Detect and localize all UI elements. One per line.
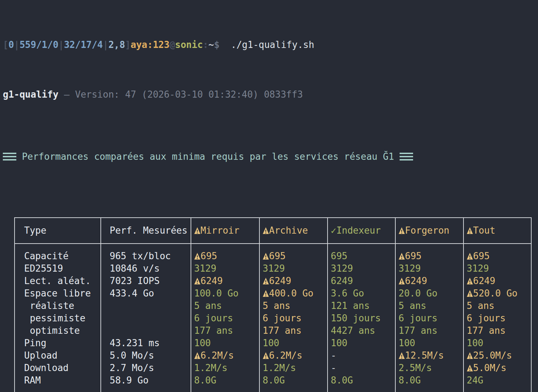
cell-line: 6249 <box>464 275 531 287</box>
column-type: CapacitéED25519Lect. aléat.Espace librer… <box>15 244 101 392</box>
cell-value: 2.5M/s <box>399 363 432 373</box>
column-header-label: Perf. Mesurées <box>110 225 187 236</box>
terminal-window: [0|559/1/0|32/17/4|2,8]aya:123@sonic:~$.… <box>0 0 538 392</box>
version-line: g1-qualify — Version: 47 (2026-03-10 01:… <box>3 88 538 101</box>
cell-value: 8.0G <box>399 375 421 386</box>
cell-value: 6249 <box>201 276 223 286</box>
cell-value: 177 ans <box>399 325 438 336</box>
cell-value: 100 <box>194 338 211 348</box>
warning-icon <box>467 275 473 287</box>
cell-value: 695 <box>201 251 217 261</box>
measured-line: 58.9 Go <box>101 374 191 387</box>
prompt-dollar: $ <box>214 39 220 50</box>
row-label-line: réaliste <box>15 300 100 312</box>
cell-line: 6249 <box>191 275 259 287</box>
column-header-label: Archive <box>269 225 308 236</box>
cell-line: 177 ans <box>464 325 531 337</box>
cell-value: 3129 <box>194 263 216 274</box>
cell-value: 5 ans <box>194 300 222 311</box>
cell-value: 121 ans <box>331 300 370 311</box>
cell-line: 3129 <box>328 262 395 275</box>
cell-line: 2.5M/s <box>396 362 463 374</box>
prompt-status-c: 32/17/4 <box>64 39 103 50</box>
cell-value: 3129 <box>331 263 353 274</box>
row-type-label: optimiste <box>30 325 80 336</box>
column-header-type: Type <box>15 218 101 244</box>
row-label-line: Lect. aléat. <box>15 275 100 287</box>
cell-value: 695 <box>473 251 490 261</box>
prompt-bracket: ] <box>125 39 131 50</box>
row-type-label: Download <box>24 363 68 373</box>
cell-line: 3129 <box>464 262 531 275</box>
measured-line: 43.231 ms <box>101 337 191 349</box>
cell-line: 6 jours <box>260 312 327 325</box>
cell-line: 5.0M/s <box>464 362 531 374</box>
prompt-colon: : <box>203 39 209 50</box>
cell-line: 6 jours <box>464 312 531 325</box>
cell-value: 3129 <box>263 263 285 274</box>
column-header-indexeur: ✓Indexeur <box>328 218 395 244</box>
cell-value: 3129 <box>399 263 421 274</box>
prompt-status-a: 0 <box>9 39 14 50</box>
table-section-main: CapacitéED25519Lect. aléat.Espace librer… <box>15 244 531 392</box>
app-name: g1-qualify <box>3 89 59 100</box>
warning-icon <box>467 362 473 374</box>
cell-value: 520.0 Go <box>473 288 517 299</box>
cell-line: 5 ans <box>464 300 531 312</box>
measured-line: 433.4 Go <box>101 287 191 300</box>
cell-value: 100 <box>399 338 415 348</box>
row-label-line: Capacité <box>15 250 100 262</box>
column-measured: 965 tx/bloc10846 v/s7023 IOPS433.4 Go 43… <box>101 244 191 392</box>
measured-value: 58.9 Go <box>110 375 149 386</box>
cell-value: 1.2M/s <box>194 363 227 373</box>
cell-value: 5 ans <box>263 300 290 311</box>
warning-icon <box>399 250 405 262</box>
cell-value: 6249 <box>405 276 427 286</box>
cell-value: 177 ans <box>263 325 302 336</box>
cell-line: 150 jours <box>328 312 395 325</box>
measured-line <box>101 300 191 312</box>
measured-line: 965 tx/bloc <box>101 250 191 262</box>
typed-command: ./g1-qualify.sh <box>231 39 314 50</box>
cell-line: 5 ans <box>191 300 259 312</box>
cell-line: 1.2M/s <box>260 362 327 374</box>
cell-line: 695 <box>260 250 327 262</box>
warning-icon <box>467 287 473 300</box>
measured-value <box>110 300 115 311</box>
cell-value: 177 ans <box>467 325 506 336</box>
warning-icon <box>467 250 473 262</box>
cell-value: 6 jours <box>399 313 438 323</box>
measured-value: 433.4 Go <box>110 288 154 299</box>
row-label-line: RAM <box>15 374 100 387</box>
version-info: — Version: 47 (2026-03-10 01:32:40) 0833… <box>59 89 303 100</box>
cell-line: 100 <box>191 337 259 349</box>
cell-line: - <box>328 349 395 362</box>
cell-line: 3.6 Go <box>328 287 395 300</box>
shell-prompt-line: [0|559/1/0|32/17/4|2,8]aya:123@sonic:~$.… <box>3 39 538 51</box>
cell-line: - <box>328 362 395 374</box>
cell-value: 6249 <box>269 276 291 286</box>
warning-icon <box>194 349 201 362</box>
prompt-host: sonic <box>175 39 203 50</box>
cell-value: 400.0 Go <box>269 288 313 299</box>
row-type-label: pessimiste <box>30 313 86 323</box>
check-icon: ✓ <box>331 225 336 236</box>
cell-value: 5 ans <box>467 300 494 311</box>
triple-bar-icon <box>3 153 16 160</box>
row-label-line: Espace libre <box>15 287 100 300</box>
row-type-label: Ping <box>24 338 46 348</box>
prompt-separator: | <box>103 39 109 50</box>
warning-icon <box>467 224 473 237</box>
triple-bar-icon <box>400 153 413 160</box>
page-title-text: Performances comparées aux minima requis… <box>22 151 394 162</box>
cell-value: 150 jours <box>331 313 381 323</box>
cell-line: 24G <box>464 374 531 387</box>
cell-value: 8.0G <box>331 375 353 386</box>
column-header-label: Type <box>24 225 46 236</box>
measured-line: 5.0 Mo/s <box>101 349 191 362</box>
warning-icon <box>399 349 405 362</box>
cell-value: 4427 ans <box>331 325 375 336</box>
measured-line <box>101 312 191 325</box>
column-tout: 6953129 6249 520.0 Go5 ans6 jours177 ans… <box>463 244 531 392</box>
row-type-label: ED25519 <box>24 263 63 274</box>
